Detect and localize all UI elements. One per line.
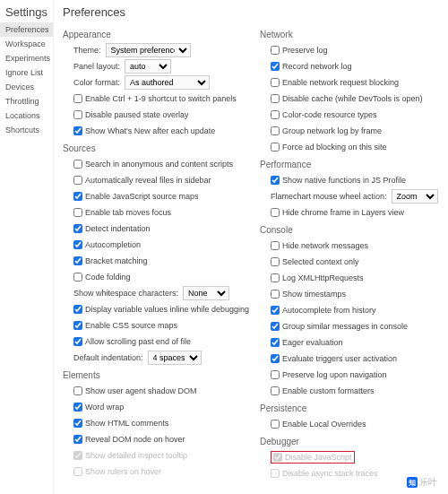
preserve-log-checkbox[interactable] [271, 46, 280, 55]
panel-layout-label: Panel layout: [73, 62, 120, 71]
sidebar-title: Settings [0, 5, 53, 22]
panel-layout-select[interactable]: auto [125, 59, 171, 74]
default-indent-select[interactable]: 4 spaces [148, 351, 202, 365]
js-sourcemaps-checkbox[interactable] [73, 192, 82, 201]
scroll-past-checkbox[interactable] [73, 337, 82, 346]
user-activation-checkbox[interactable] [271, 354, 280, 363]
ctrl-shortcut-checkbox[interactable] [73, 94, 82, 103]
html-comments-checkbox[interactable] [73, 419, 82, 428]
paused-overlay-checkbox[interactable] [73, 110, 82, 119]
eager-eval-checkbox[interactable] [271, 338, 280, 347]
sidebar-item-preferences[interactable]: Preferences [0, 22, 53, 37]
whitespace-select[interactable]: None [183, 286, 229, 300]
async-stack-checkbox [271, 469, 280, 478]
selected-context-checkbox[interactable] [271, 257, 280, 266]
bracket-match-checkbox[interactable] [73, 256, 82, 265]
hide-network-msg-checkbox[interactable] [271, 241, 280, 250]
color-format-label: Color format: [73, 78, 120, 87]
whats-new-checkbox[interactable] [73, 126, 82, 135]
section-sources: Sources [63, 143, 244, 153]
local-overrides-checkbox[interactable] [271, 420, 280, 429]
autocomplete-checkbox[interactable] [73, 240, 82, 249]
log-xhr-checkbox[interactable] [271, 273, 280, 282]
ad-blocking-checkbox[interactable] [271, 143, 280, 152]
color-format-select[interactable]: As authored [125, 75, 210, 90]
rulers-checkbox [73, 467, 82, 476]
group-similar-checkbox[interactable] [271, 322, 280, 331]
record-network-checkbox[interactable] [271, 62, 280, 71]
hide-chrome-frame-checkbox[interactable] [271, 208, 280, 217]
shadow-dom-checkbox[interactable] [73, 386, 82, 395]
sidebar-item-throttling[interactable]: Throttling [0, 94, 53, 108]
request-blocking-checkbox[interactable] [271, 78, 280, 87]
section-debugger: Debugger [260, 437, 441, 446]
sidebar: Settings PreferencesWorkspaceExperiments… [0, 0, 54, 494]
reveal-node-checkbox[interactable] [73, 435, 82, 444]
word-wrap-checkbox[interactable] [73, 403, 82, 412]
tab-focus-checkbox[interactable] [73, 208, 82, 217]
main-panel: Preferences Appearance Theme:System pref… [54, 0, 448, 494]
whats-new-label: Show What's New after each update [85, 126, 215, 135]
default-indent-label: Default indentation: [73, 353, 143, 362]
theme-label: Theme: [73, 46, 101, 55]
section-network: Network [260, 30, 441, 39]
zhihu-icon: 知 [407, 477, 418, 488]
timestamps-checkbox[interactable] [271, 290, 280, 299]
flamechart-label: Flamechart mouse wheel action: [271, 192, 387, 201]
sidebar-item-locations[interactable]: Locations [0, 108, 53, 123]
autocomplete-history-checkbox[interactable] [271, 306, 280, 315]
sidebar-item-shortcuts[interactable]: Shortcuts [0, 123, 53, 137]
flamechart-select[interactable]: Zoom [392, 189, 438, 204]
css-sourcemaps-checkbox[interactable] [73, 321, 82, 330]
theme-select[interactable]: System preference [106, 43, 191, 57]
sidebar-item-ignore-list[interactable]: Ignore List [0, 65, 53, 80]
section-appearance: Appearance [63, 30, 244, 39]
custom-formatters-checkbox[interactable] [271, 386, 280, 395]
page-title: Preferences [63, 5, 441, 19]
ctrl-shortcut-label: Enable Ctrl + 1-9 shortcut to switch pan… [85, 94, 237, 103]
sidebar-item-experiments[interactable]: Experiments [0, 51, 53, 65]
disable-cache-checkbox[interactable] [271, 94, 280, 103]
section-performance: Performance [260, 160, 441, 169]
inspect-tooltip-checkbox [73, 451, 82, 460]
auto-reveal-checkbox[interactable] [73, 176, 82, 185]
watermark: 知 乐叶 [407, 476, 437, 489]
detect-indent-checkbox[interactable] [73, 224, 82, 233]
search-anon-checkbox[interactable] [73, 160, 82, 169]
sidebar-item-devices[interactable]: Devices [0, 80, 53, 94]
code-folding-checkbox[interactable] [73, 273, 82, 282]
color-code-checkbox[interactable] [271, 110, 280, 119]
group-frame-checkbox[interactable] [271, 126, 280, 135]
disable-js-checkbox [273, 453, 282, 462]
inline-values-checkbox[interactable] [73, 305, 82, 314]
right-column: Network Preserve log Record network log … [260, 24, 441, 482]
left-column: Appearance Theme:System preference Panel… [63, 24, 244, 482]
preserve-nav-checkbox[interactable] [271, 370, 280, 379]
section-console: Console [260, 225, 441, 235]
section-persistence: Persistence [260, 403, 441, 413]
paused-overlay-label: Disable paused state overlay [85, 110, 189, 119]
native-functions-checkbox[interactable] [271, 176, 280, 185]
sidebar-item-workspace[interactable]: Workspace [0, 37, 53, 51]
watermark-text: 乐叶 [419, 476, 437, 489]
whitespace-label: Show whitespace characters: [73, 289, 178, 298]
disable-js-highlight: Disable JavaScript [271, 451, 355, 464]
section-elements: Elements [63, 370, 244, 380]
